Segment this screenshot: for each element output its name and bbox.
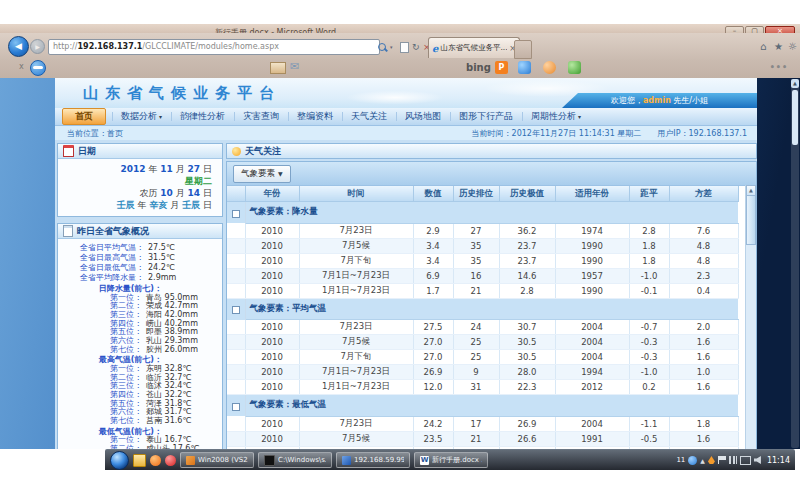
explorer-icon[interactable] [133, 454, 146, 467]
search-icon[interactable] [378, 43, 386, 51]
nav-item[interactable]: 风场地图 ▾ [396, 109, 450, 124]
browser-quicklaunch-icon[interactable] [150, 455, 161, 466]
page-icon[interactable] [400, 42, 409, 53]
cell-year: 2010 [245, 238, 299, 253]
column-header[interactable]: 年份 [245, 186, 299, 202]
nav-item[interactable]: 图形下行产品 ▾ [450, 109, 522, 124]
app-quicklaunch-icon[interactable] [165, 455, 176, 466]
display-icon[interactable] [740, 456, 751, 465]
plugin-icon-orange[interactable] [543, 61, 556, 74]
scrollbar-thumb[interactable] [746, 195, 756, 245]
tray-expand-icon[interactable]: ▲ [700, 457, 705, 464]
weather-summary-header: 昨日全省气象概况 [58, 224, 222, 239]
addon-icon[interactable] [30, 60, 46, 76]
address-bar[interactable]: http://192.168.137.1/GLCCLIMATE/modules/… [48, 39, 380, 55]
table-scrollbar[interactable]: ▲ [745, 185, 756, 449]
date-panel-header: 日期 [58, 144, 222, 159]
column-header[interactable]: 适用年份 [555, 186, 629, 202]
plugin-icon-blue[interactable] [518, 61, 531, 74]
text-segment: 日 [200, 200, 212, 210]
cell-rank: 21 [453, 431, 499, 446]
volume-icon[interactable] [754, 456, 761, 464]
card-icon[interactable] [270, 62, 286, 74]
table-row: 2010 1月1日~7月23日 12.0 31 22.3 2012 0.2 1.… [227, 380, 738, 395]
page-scroll-up-icon[interactable]: ▲ [791, 79, 799, 88]
rank-groups: 日降水量(前七)： 第一位： 青岛 95.0mm 第二位： 荣成 42.7mm … [58, 284, 220, 449]
nav-item[interactable]: 韵律性分析 ▾ [171, 109, 234, 124]
tray-app-icon[interactable] [688, 456, 697, 465]
column-header[interactable]: 数值 [413, 186, 453, 202]
column-header[interactable]: 距平 [629, 186, 669, 202]
nav-item[interactable]: 首页 ▾ [62, 108, 106, 125]
page-scrollbar-thumb[interactable] [792, 90, 798, 145]
element-dropdown-button[interactable]: 气象要素 ▼ [233, 165, 291, 183]
cell-variance: 1.6 [669, 431, 738, 446]
action-center-icon[interactable] [718, 456, 726, 464]
text-segment: 辛亥 [149, 200, 167, 210]
taskbar-button[interactable]: 新行手册.docx ... [414, 452, 488, 468]
mail-icon[interactable]: ✉ [290, 60, 299, 73]
new-tab-button[interactable] [514, 40, 532, 59]
tray-download-icon[interactable] [708, 456, 715, 464]
browser-tab[interactable]: e 山东省气候业务平... × [428, 37, 520, 58]
taskbar-button[interactable]: 192.168.59.99... [336, 452, 410, 468]
nav-item[interactable]: 周期性分析 ▾ [522, 109, 590, 124]
start-orb-icon[interactable] [110, 451, 129, 470]
cell-value: 27.0 [413, 350, 453, 365]
column-header[interactable]: 时间 [299, 186, 413, 202]
checkbox[interactable] [232, 306, 240, 314]
forward-button[interactable]: ▶ [30, 39, 45, 54]
cell-anomaly: -0.5 [629, 431, 669, 446]
more-options-icon[interactable]: ••• [770, 63, 788, 72]
favorites-star-icon[interactable]: ★ [774, 41, 783, 53]
taskbar-clock[interactable]: 11:14 [767, 456, 790, 465]
cell-anomaly: 1.8 [629, 238, 669, 253]
nav-item[interactable]: 数据分析 ▾ [112, 109, 171, 124]
current-time: 当前时间：2012年11月27日 11:14:31 星期二 [472, 128, 642, 139]
stat-label: 全省日最低气温： [58, 263, 144, 273]
bing-search-icon[interactable]: P [495, 61, 508, 74]
nav-item[interactable]: 天气关注 ▾ [342, 109, 396, 124]
search-dropdown-icon[interactable]: ▾ [390, 44, 393, 50]
network-icon[interactable] [729, 456, 737, 464]
bing-logo[interactable]: bing [466, 62, 491, 73]
group-select-cell [227, 395, 245, 417]
column-header[interactable]: 方差 [669, 186, 738, 202]
taskbar-button[interactable]: C:\Windows\s... [258, 452, 332, 468]
refresh-icon[interactable]: ↻ [412, 41, 420, 53]
column-header[interactable]: 历史极值 [499, 186, 555, 202]
stat-label: 全省日最高气温： [58, 253, 144, 263]
plugin-icon-green[interactable] [568, 61, 581, 74]
date-panel: 日期 2012 年 11 月 27 日 星期二 农历 10 月 14 日 壬辰 … [57, 143, 223, 217]
table-row: 2010 7月1日~7月23日 6.9 16 14.6 1957 -1.0 2.… [227, 268, 738, 283]
province-stats: 全省日平均气温： 27.5℃ 全省日最高气温： 31.5℃ 全省日最低气温： 2… [58, 243, 220, 283]
rank-value: 胶州 26.0mm [146, 346, 198, 355]
cell-rank: 25 [453, 335, 499, 350]
column-header[interactable]: 历史排位 [453, 186, 499, 202]
page-scrollbar[interactable]: ▲ [791, 79, 799, 448]
back-button[interactable]: ◀ [8, 36, 29, 57]
row-select-cell [227, 365, 245, 380]
cell-extreme: 26.6 [499, 431, 555, 446]
site-content: 山东省气候业务平台 欢迎您，admin 先生/小姐 首页 ▾ 数据分析 ▾ 韵律… [55, 78, 757, 449]
weather-summary-title: 昨日全省气象概况 [77, 225, 149, 238]
home-icon[interactable]: ⌂ [760, 41, 766, 53]
cell-time: 7月1日~7月23日 [299, 365, 413, 380]
checkbox[interactable] [232, 403, 240, 411]
task-buttons: Win2008 (VS2... C:\Windows\s... 192.168.… [180, 452, 488, 468]
toolbar-close-icon[interactable]: x [19, 62, 24, 71]
status-bar: 当前位置：首页 当前时间：2012年11月27日 11:14:31 星期二 用户… [55, 126, 757, 140]
taskbar: Win2008 (VS2... C:\Windows\s... 192.168.… [105, 449, 795, 470]
cell-extreme: 36.2 [499, 223, 555, 238]
taskbar-button[interactable]: Win2008 (VS2... [180, 452, 254, 468]
settings-gear-icon[interactable]: ☼ [788, 41, 797, 53]
checkbox[interactable] [232, 210, 240, 218]
welcome-ribbon: 欢迎您，admin 先生/小姐 [562, 93, 757, 108]
cell-ref-year: 2004 [555, 350, 629, 365]
cell-extreme: 26.9 [499, 416, 555, 431]
cell-time: 1月1日~7月23日 [299, 283, 413, 298]
rank-line: 第七位： 莒南 31.6℃ [58, 417, 220, 426]
rank-group: 最高气温(前七)： 第一位： 东明 32.8℃ 第二位： 临沂 32.7℃ 第三… [58, 355, 220, 425]
nav-item[interactable]: 整编资料 ▾ [288, 109, 342, 124]
nav-item[interactable]: 灾害查询 ▾ [234, 109, 288, 124]
